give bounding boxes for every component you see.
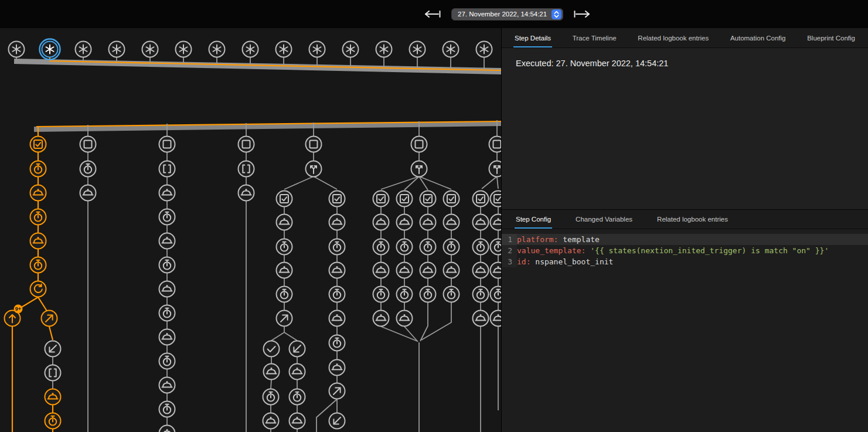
trace-node-timer-icon[interactable] <box>444 239 459 255</box>
trace-node-timer-icon[interactable] <box>45 413 61 429</box>
trace-node-asterisk-icon[interactable] <box>142 42 158 57</box>
trace-node-service-bell-icon[interactable] <box>30 233 46 249</box>
trace-node-asterisk-icon[interactable] <box>376 42 392 57</box>
tab-changed-variables[interactable]: Changed Variables <box>574 210 634 229</box>
trace-node-service-bell-icon[interactable] <box>159 377 175 393</box>
trace-node-timer-icon[interactable] <box>263 389 279 405</box>
tab-trace-timeline[interactable]: Trace Timeline <box>571 28 618 47</box>
trace-node-timer-icon[interactable] <box>373 239 389 255</box>
trace-node-service-bell-icon[interactable] <box>329 360 345 376</box>
trace-node-timer-icon[interactable] <box>491 287 502 302</box>
trace-node-timer-icon[interactable] <box>159 353 175 369</box>
trace-node-service-bell-icon[interactable] <box>397 263 413 278</box>
trace-node-service-bell-icon[interactable] <box>397 311 413 326</box>
trace-run-select[interactable]: 27. November 2022, 14:54:21 <box>451 8 563 21</box>
trace-node-service-bell-icon[interactable] <box>473 215 489 230</box>
trace-node-call-split-icon[interactable] <box>306 161 322 177</box>
trace-node-checkbox-icon[interactable] <box>277 191 292 207</box>
trace-node-checkbox-blank-icon[interactable] <box>159 137 175 152</box>
trace-node-timer-icon[interactable] <box>473 239 489 255</box>
trace-node-timer-icon[interactable] <box>80 161 96 177</box>
trace-node-service-bell-icon[interactable] <box>277 215 292 230</box>
trace-node-service-bell-icon[interactable] <box>491 311 502 326</box>
trace-node-timer-icon[interactable] <box>329 287 345 302</box>
trace-node-timer-icon[interactable] <box>30 257 46 273</box>
trace-node-timer-icon[interactable] <box>420 287 436 302</box>
trace-node-service-bell-icon[interactable] <box>80 185 96 201</box>
previous-trace-button[interactable] <box>421 8 443 21</box>
trace-node-timer-icon[interactable] <box>30 161 46 177</box>
trace-node-service-bell-icon[interactable] <box>373 311 389 326</box>
trace-node-asterisk-icon[interactable] <box>343 42 359 57</box>
trace-node-timer-icon[interactable] <box>159 402 175 417</box>
trace-node-timer-icon[interactable] <box>420 239 436 255</box>
trace-node-checkbox-blank-icon[interactable] <box>489 137 502 152</box>
trace-node-code-brackets-icon[interactable] <box>159 161 175 177</box>
trace-node-service-bell-icon[interactable] <box>397 215 413 230</box>
trace-node-service-bell-icon[interactable] <box>45 389 61 405</box>
trace-node-service-bell-icon[interactable] <box>239 185 254 201</box>
trace-node-checkbox-blank-icon[interactable] <box>239 137 254 152</box>
trace-node-call-received-icon[interactable] <box>45 341 61 357</box>
trace-node-asterisk-icon[interactable] <box>276 42 292 57</box>
trace-node-asterisk-icon[interactable] <box>209 42 225 57</box>
trace-node-timer-icon[interactable] <box>473 287 489 302</box>
trace-node-service-bell-icon[interactable] <box>444 263 459 278</box>
trace-node-checkbox-icon[interactable] <box>420 191 436 207</box>
trace-node-code-brackets-icon[interactable] <box>239 161 254 177</box>
tab-step-config[interactable]: Step Config <box>515 210 552 229</box>
trace-node-service-bell-icon[interactable] <box>159 185 175 201</box>
trace-node-timer-icon[interactable] <box>290 389 305 405</box>
trace-node-timer-icon[interactable] <box>159 209 175 225</box>
trace-node-service-bell-icon[interactable] <box>420 215 436 230</box>
trace-node-checkbox-icon[interactable] <box>30 137 46 152</box>
trace-node-checkbox-blank-icon[interactable] <box>411 137 427 152</box>
tab-related-logbook-entries-bottom[interactable]: Related logbook entries <box>656 210 729 229</box>
trace-node-service-bell-icon[interactable] <box>30 185 46 201</box>
trace-node-call-made-icon[interactable] <box>277 311 292 326</box>
trace-node-timer-icon[interactable] <box>329 239 345 255</box>
trace-node-checkbox-icon[interactable] <box>444 191 459 207</box>
trace-node-checkbox-blank-icon[interactable] <box>80 137 96 152</box>
trace-node-checkbox-icon[interactable] <box>373 191 389 207</box>
trace-node-call-split-icon[interactable] <box>489 161 502 177</box>
trace-node-refresh-icon[interactable] <box>30 281 46 297</box>
trace-node-checkbox-blank-icon[interactable] <box>306 137 322 152</box>
trace-node-checkbox-icon[interactable] <box>491 191 502 207</box>
trace-node-asterisk-icon[interactable] <box>476 42 492 57</box>
next-trace-button[interactable] <box>571 8 594 21</box>
trace-node-asterisk-icon[interactable] <box>176 42 192 57</box>
tab-related-logbook-entries[interactable]: Related logbook entries <box>636 28 710 47</box>
trace-node-timer-icon[interactable] <box>277 287 292 302</box>
trace-node-checkbox-icon[interactable] <box>329 191 345 207</box>
trace-node-timer-icon[interactable] <box>329 335 345 351</box>
tab-automation-config[interactable]: Automation Config <box>729 28 787 47</box>
trace-node-check-icon[interactable] <box>264 341 280 357</box>
trace-node-asterisk-icon[interactable] <box>9 42 25 57</box>
trace-node-asterisk-icon[interactable] <box>76 42 91 57</box>
trace-node-code-brackets-icon[interactable] <box>45 365 61 381</box>
trace-node-service-bell-icon[interactable] <box>277 263 292 278</box>
trace-node-call-made-icon[interactable] <box>42 311 57 326</box>
trace-node-timer-icon[interactable] <box>159 257 175 273</box>
trace-node-service-bell-icon[interactable] <box>420 263 436 278</box>
trace-node-service-bell-icon[interactable] <box>491 263 502 278</box>
trace-node-service-bell-icon[interactable] <box>473 263 489 278</box>
trace-node-service-bell-icon[interactable] <box>491 215 502 230</box>
tab-step-details[interactable]: Step Details <box>513 28 552 47</box>
trace-node-service-bell-icon[interactable] <box>290 364 305 380</box>
trace-node-service-bell-icon[interactable] <box>263 413 279 429</box>
trace-node-timer-icon[interactable] <box>444 287 459 302</box>
trace-node-timer-icon[interactable] <box>491 239 502 255</box>
trace-node-timer-icon[interactable] <box>397 239 413 255</box>
trace-node-call-received-icon[interactable] <box>290 341 305 357</box>
trace-node-service-bell-icon[interactable] <box>473 311 489 326</box>
trace-node-service-bell-icon[interactable] <box>444 215 459 230</box>
trace-node-service-bell-icon[interactable] <box>373 215 389 230</box>
trace-node-timer-icon[interactable] <box>373 287 389 302</box>
trace-node-asterisk-icon[interactable] <box>40 39 60 60</box>
trace-node-timer-icon[interactable] <box>30 209 46 225</box>
trace-node-asterisk-icon[interactable] <box>243 42 258 57</box>
trace-node-service-bell-icon[interactable] <box>290 413 305 429</box>
trace-node-timer-icon[interactable] <box>159 305 175 321</box>
